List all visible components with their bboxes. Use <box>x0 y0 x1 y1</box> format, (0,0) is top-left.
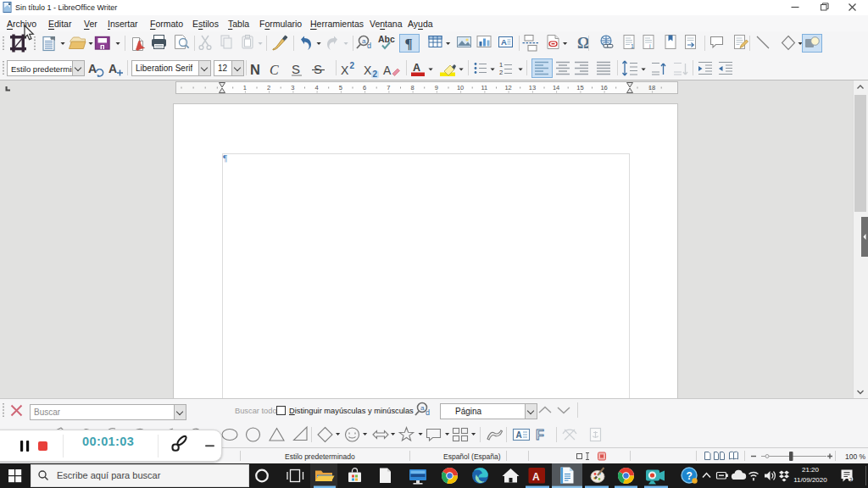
svg-text:8: 8 <box>411 84 415 92</box>
svg-text:A: A <box>516 430 522 440</box>
svg-text:18: 18 <box>648 84 655 92</box>
svg-text:A: A <box>108 62 117 75</box>
svg-text:a: a <box>362 37 366 45</box>
svg-text:a: a <box>420 404 425 412</box>
svg-text:12: 12 <box>504 84 511 92</box>
svg-text:1: 1 <box>631 43 634 49</box>
svg-text:9: 9 <box>435 84 438 92</box>
svg-text:6: 6 <box>363 84 366 92</box>
svg-text:d: d <box>426 408 430 417</box>
svg-text:14: 14 <box>553 84 559 92</box>
svg-text:2: 2 <box>267 84 270 92</box>
svg-text:2: 2 <box>373 69 378 79</box>
svg-text:5: 5 <box>339 84 342 92</box>
svg-text:11: 11 <box>481 84 488 92</box>
svg-text:1: 1 <box>243 84 247 92</box>
svg-text:A: A <box>413 62 420 74</box>
svg-text:S: S <box>292 62 300 76</box>
svg-text:3: 3 <box>291 84 294 92</box>
svg-text:X: X <box>341 64 349 77</box>
svg-text:C: C <box>270 63 279 77</box>
svg-text:1: 1 <box>499 61 503 69</box>
svg-text:F: F <box>536 428 544 442</box>
svg-text:4: 4 <box>315 84 319 92</box>
svg-text:¶: ¶ <box>405 36 413 52</box>
svg-text:S: S <box>314 62 322 76</box>
svg-text:X: X <box>364 64 372 77</box>
svg-text:16: 16 <box>600 84 607 92</box>
svg-text:A: A <box>532 471 540 483</box>
svg-text:d: d <box>367 42 371 50</box>
svg-text:A: A <box>501 37 507 47</box>
svg-text:10: 10 <box>457 84 464 92</box>
svg-text:7: 7 <box>387 84 390 92</box>
svg-text:?: ? <box>687 470 693 482</box>
svg-text:A: A <box>383 64 392 77</box>
svg-text:2: 2 <box>350 61 355 70</box>
svg-text:A: A <box>88 62 97 75</box>
svg-text:Abc: Abc <box>378 34 395 44</box>
svg-text:2: 2 <box>499 69 503 76</box>
svg-text:13: 13 <box>529 84 536 92</box>
svg-text:Ω: Ω <box>577 35 589 52</box>
svg-text:N: N <box>250 62 260 77</box>
svg-text:15: 15 <box>576 84 583 92</box>
